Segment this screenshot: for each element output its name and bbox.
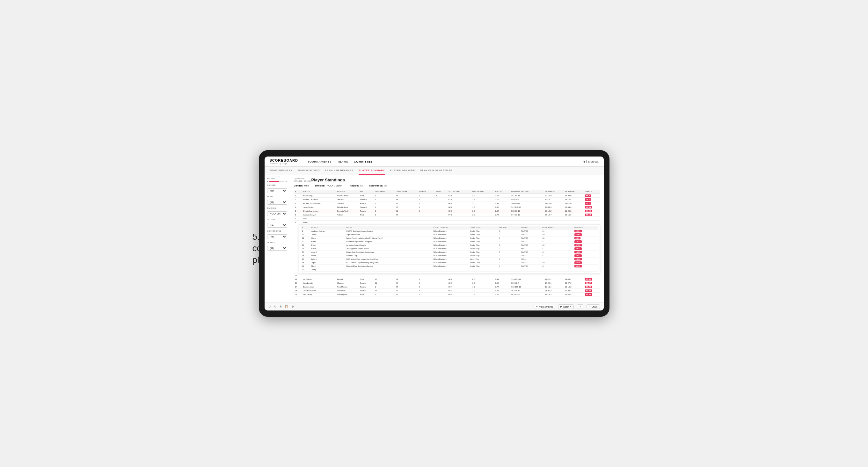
points-badge-4[interactable]: 88.94 — [585, 206, 592, 209]
cell-avg-to-par: -2.0 — [470, 201, 494, 205]
cell-num: 5 — [294, 209, 302, 213]
cell-overall: 547-142-38 — [510, 205, 544, 209]
points-badge-tooltip-5[interactable]: 37.57 — [575, 244, 582, 246]
cell-rounds: 3 — [498, 254, 520, 257]
points-badge-tooltip-8[interactable]: 30.47 — [575, 254, 582, 257]
points-badge-tooltip-6[interactable]: 24.11 — [575, 247, 582, 250]
export-button[interactable]: ⬇ — [577, 305, 583, 309]
sidebar-player: Player (All) — [267, 242, 287, 251]
tooltip-col-player: Player — [310, 226, 345, 229]
cell-avg-to-par: -1.6 — [470, 205, 494, 209]
watch-button[interactable]: ▶ Watch ▾ — [558, 305, 574, 309]
sub-nav-player-summary[interactable]: PLAYER SUMMARY — [359, 167, 385, 175]
update-time-label: Update time: — [294, 178, 305, 180]
settings-icon[interactable]: ⚙ — [291, 305, 294, 308]
region-select[interactable]: N/A — [267, 223, 287, 227]
redo-icon[interactable]: ↻ — [274, 305, 277, 308]
points-badge-2[interactable]: 76.2 — [585, 198, 591, 201]
watch-icon: ▶ — [560, 305, 562, 308]
points-badge-tooltip-4[interactable]: 73.23 — [575, 240, 582, 243]
cell-no-rds: 0 — [417, 289, 435, 292]
sign-out-link[interactable]: Sign out — [588, 160, 598, 163]
sub-nav-team-summary[interactable]: TEAM SUMMARY — [270, 167, 292, 175]
sidebar-year: Year (All) — [267, 196, 287, 205]
cell-adj-score: 67.1 — [447, 198, 470, 201]
nav-committee[interactable]: COMMITTEE — [354, 159, 373, 164]
points-badge-tooltip-1[interactable]: 22.64 — [575, 230, 582, 232]
cell-points[interactable]: 58.49 — [584, 292, 600, 297]
points-badge-22[interactable]: 60.58 — [585, 278, 592, 281]
points-badge-tooltip-3[interactable]: 46.7 — [575, 237, 581, 240]
sub-nav-team-h2h-heatmap[interactable]: TEAM H2H HEATMAP — [325, 167, 353, 175]
table-row: 2 Michael Le Sasso Ole Miss Second 1 18 … — [294, 198, 600, 201]
cell-player: Jackson Koivun — [302, 213, 336, 217]
cell-type: Stroke Play — [469, 240, 498, 244]
cell-conf-rank: 27 — [395, 285, 417, 289]
conference-select[interactable]: (All) — [267, 234, 287, 239]
cell-points[interactable]: 80.09 — [584, 209, 600, 213]
player-select[interactable]: (All) — [267, 246, 287, 251]
cell-no-rds — [417, 221, 435, 224]
standings-table: # Player School Yr Reg Rank Conf Rank No… — [294, 190, 600, 297]
cell-player: Petr Hruby — [302, 292, 336, 297]
undo-icon[interactable]: ↺ — [269, 305, 271, 308]
cell-player: Brent — [310, 240, 345, 244]
division-select[interactable]: NCAA Division I — [267, 211, 287, 216]
cell-w-points: 73.23 — [574, 240, 598, 244]
table-row: 6 Jackson Koivun Auburn First 2 27 87.5 … — [294, 213, 600, 217]
points-badge-3[interactable]: 70.2 — [585, 202, 591, 205]
points-badge-25[interactable]: 59.95 — [585, 289, 592, 292]
points-badge-5-highlighted[interactable]: 80.09 — [585, 210, 592, 212]
points-badge-1[interactable]: 88.2 — [585, 194, 591, 197]
points-badge-tooltip-10[interactable]: 56.18 — [575, 261, 582, 264]
points-badge-tooltip-7[interactable]: 16.50 — [575, 251, 582, 253]
cell-no-rds: 2 — [417, 205, 435, 209]
cell-event: Amer An Intercollegiate — [345, 244, 433, 247]
cell-points[interactable]: 60.27 — [584, 281, 600, 285]
paste-icon[interactable]: 📋 — [285, 305, 288, 308]
nav-teams[interactable]: TEAMS — [337, 159, 348, 164]
cell-points[interactable]: 88.2 — [584, 194, 600, 198]
footer-bar: ↺ ↻ ⎘ 📋 ⚙ 👁 View: Original ▶ Watch ▾ ⬇ — [265, 303, 604, 310]
cell-points[interactable]: 76.2 — [584, 198, 600, 201]
cell-points[interactable]: 60.58 — [584, 277, 600, 281]
standings-filters: Gender: Men Division: NCAA Division I Re… — [294, 184, 600, 187]
points-badge-tooltip-9[interactable]: 25.90 — [575, 258, 582, 260]
year-select[interactable]: (All) — [267, 200, 287, 205]
cell-points[interactable]: 70.2 — [584, 201, 600, 205]
cell-conf-rank: 21 — [395, 209, 417, 213]
points-badge-6[interactable]: 68.18 — [585, 214, 592, 216]
cell-div: NCAA Division I — [433, 254, 469, 257]
cell-points[interactable]: 59.95 — [584, 289, 600, 292]
points-badge-23[interactable]: 60.27 — [585, 282, 592, 284]
col-yr: Yr — [359, 190, 374, 194]
no-rds-slider[interactable] — [269, 181, 284, 182]
share-button[interactable]: ↗ Share — [587, 305, 600, 309]
copy-icon[interactable]: ⎘ — [280, 305, 281, 308]
points-badge-26[interactable]: 58.49 — [585, 293, 592, 296]
cell-status: NULL — [520, 247, 541, 251]
cell-yr: Fourth — [359, 281, 374, 285]
table-row: 21 — [294, 274, 600, 277]
cell-type: Stroke Play — [469, 237, 498, 240]
list-item: 10 Jacob Tiger Invitational NCAA Divisio… — [301, 233, 598, 237]
cell-event: SEC Stroke Play hosted by Jerry Pate — [345, 261, 433, 264]
sub-nav-player-h2h-heatmap[interactable]: PLAYER H2H HEATMAP — [421, 167, 452, 175]
gender-select[interactable]: Men — [267, 188, 287, 193]
cell-no-rds: 0 — [417, 292, 435, 297]
view-original-button[interactable]: 👁 View: Original — [534, 305, 555, 309]
cell-yr: Fifth — [359, 292, 374, 297]
cell-event: Southern Highlands Collegiate — [345, 240, 433, 244]
sub-nav-team-h2h-grid[interactable]: TEAM H2H GRID — [298, 167, 320, 175]
cell-rounds: 3 — [498, 264, 520, 268]
points-badge-24[interactable]: 60.02 — [585, 286, 592, 288]
table-row-nichi: 7 Nichi — [294, 217, 600, 221]
nav-tournaments[interactable]: TOURNAMENTS — [308, 159, 332, 164]
points-badge-tooltip-2[interactable]: 53.60 — [575, 234, 582, 236]
table-row: 24 Bastien Amat New Mexico Fourth 1 27 2… — [294, 285, 600, 289]
cell-points[interactable]: 60.02 — [584, 285, 600, 289]
cell-points[interactable]: 88.94 — [584, 205, 600, 209]
cell-points[interactable]: 68.18 — [584, 213, 600, 217]
points-badge-tooltip-11[interactable]: 66.40 — [575, 265, 582, 268]
sub-nav-player-h2h-grid[interactable]: PLAYER H2H GRID — [390, 167, 415, 175]
